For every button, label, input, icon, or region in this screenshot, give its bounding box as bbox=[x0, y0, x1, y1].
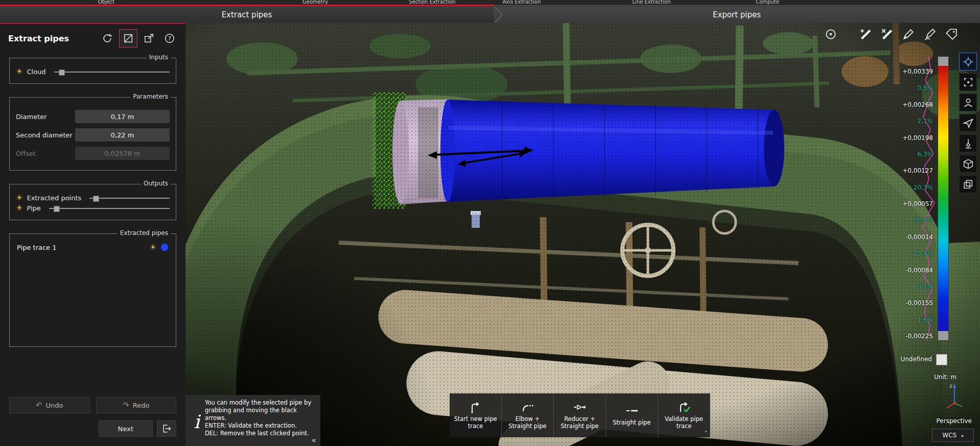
reducer-straight-pipe-button[interactable]: Reducer + Straight pipe bbox=[554, 393, 606, 437]
color-scale-top-cap bbox=[938, 57, 948, 66]
rectangular-selection-button[interactable] bbox=[119, 29, 137, 48]
navigate-fly-button[interactable] bbox=[959, 114, 977, 132]
workflow-steps-bar: Object Geometry Section Extraction Axis … bbox=[0, 0, 980, 6]
undefined-label: Undefined bbox=[900, 356, 932, 363]
extracted-pipes-list[interactable]: Pipe trace 1 ☀ bbox=[16, 241, 170, 341]
draw-annotation-button[interactable] bbox=[922, 27, 938, 42]
add-measure-button[interactable] bbox=[858, 27, 873, 42]
elbow-straight-pipe-button[interactable]: Elbow + Straight pipe bbox=[502, 393, 554, 437]
undefined-color-checkbox[interactable] bbox=[936, 354, 947, 365]
reducer-straight-pipe-icon bbox=[573, 401, 587, 413]
tab-export-pipes-label: Export pipes bbox=[713, 10, 761, 19]
reset-icon bbox=[102, 33, 113, 44]
offset-field: 0,02578 m bbox=[75, 147, 170, 160]
validate-pipe-trace-button[interactable]: Validate pipe trace bbox=[658, 393, 710, 437]
color-scale-labels: +0,00339 0,5% +0,00268 2,1% +0,00198 6,3… bbox=[902, 68, 933, 340]
caret-up-icon: ▴ bbox=[961, 433, 964, 438]
screenshot-button[interactable] bbox=[959, 175, 977, 193]
panel-header: Extract pipes bbox=[0, 24, 185, 53]
ortho-cube-button[interactable] bbox=[959, 155, 977, 173]
viewport-3d[interactable]: +0,00339 0,5% +0,00268 2,1% +0,00198 6,3… bbox=[185, 23, 980, 446]
user-view-button[interactable] bbox=[959, 93, 977, 111]
annotation-pen-button[interactable] bbox=[901, 27, 916, 42]
slider-handle[interactable] bbox=[93, 196, 99, 202]
offset-label: Offset bbox=[16, 150, 36, 157]
toolbar-collapse-chevron[interactable]: ˅ bbox=[705, 430, 708, 437]
export-view-icon bbox=[144, 33, 155, 44]
workflow-step[interactable]: Section Extraction bbox=[409, 0, 455, 5]
pipe-opacity-slider[interactable] bbox=[49, 208, 170, 209]
info-icon: i bbox=[189, 399, 205, 444]
undo-label: Undo bbox=[46, 402, 63, 409]
probe-point-button[interactable] bbox=[823, 27, 838, 42]
undo-button[interactable]: ↶ Undo bbox=[9, 397, 90, 413]
scene-vignette bbox=[185, 23, 980, 446]
exit-step-button[interactable] bbox=[157, 420, 176, 437]
export-view-button[interactable] bbox=[141, 30, 158, 47]
center-view-button[interactable] bbox=[959, 73, 977, 91]
elbow-straight-pipe-icon bbox=[521, 401, 535, 413]
unit-label: Unit: m bbox=[934, 373, 956, 381]
plumb-line-button[interactable] bbox=[959, 134, 977, 152]
remove-measure-button[interactable] bbox=[879, 27, 895, 42]
second-diameter-field[interactable]: 0,22 m bbox=[75, 128, 170, 142]
workflow-step[interactable]: Compute bbox=[756, 0, 779, 5]
color-scale-bottom-cap bbox=[938, 331, 948, 340]
axis-z-label: z bbox=[949, 383, 952, 389]
parameters-group-label: Parameters bbox=[130, 93, 171, 100]
viewport-3d-scene[interactable] bbox=[185, 23, 980, 446]
pipe-trace-sun-icon[interactable]: ☀ bbox=[150, 244, 156, 251]
hint-text: You can modify the selected pipe by grab… bbox=[205, 399, 316, 444]
extract-pipes-panel: Extract pipes bbox=[0, 23, 185, 446]
tab-extract-pipes-label: Extract pipes bbox=[222, 10, 272, 19]
view-toolbar bbox=[959, 53, 977, 193]
extracted-pipes-group: Extracted pipes Pipe trace 1 ☀ bbox=[9, 233, 176, 347]
workflow-remaining-line bbox=[494, 5, 980, 6]
color-scale-gradient bbox=[938, 66, 948, 331]
slider-handle[interactable] bbox=[54, 206, 60, 212]
svg-text:?: ? bbox=[168, 35, 171, 42]
cloud-visibility-sun-icon[interactable]: ☀ bbox=[16, 68, 22, 76]
extracted-pipes-group-label: Extracted pipes bbox=[118, 229, 171, 237]
workflow-step[interactable]: Object bbox=[98, 0, 115, 5]
redo-icon: ↷ bbox=[123, 401, 129, 410]
reset-extraction-button[interactable] bbox=[99, 30, 116, 47]
redo-button[interactable]: ↷ Redo bbox=[96, 397, 177, 413]
help-button[interactable]: ? bbox=[161, 30, 178, 47]
next-button[interactable]: Next bbox=[99, 420, 153, 437]
outputs-group-label: Outputs bbox=[141, 180, 171, 187]
straight-pipe-icon bbox=[625, 405, 639, 417]
color-scale-bar bbox=[938, 56, 949, 341]
rectangular-selection-icon bbox=[123, 33, 134, 44]
cloud-opacity-slider[interactable] bbox=[54, 72, 170, 73]
diameter-field[interactable]: 0,17 m bbox=[75, 110, 170, 123]
projection-mode-label[interactable]: Perspective bbox=[937, 417, 972, 425]
slider-handle[interactable] bbox=[59, 69, 65, 76]
extracted-points-sun-icon[interactable]: ☀ bbox=[16, 194, 22, 202]
coordinate-system-label: WCS bbox=[942, 432, 956, 439]
workflow-progress-line bbox=[0, 5, 494, 6]
pipe-trace-list-item[interactable]: Pipe trace 1 ☀ bbox=[16, 241, 170, 253]
outputs-group: Outputs ☀ Extracted points ☀ Pipe bbox=[9, 184, 176, 220]
pipe-trace-color-swatch[interactable] bbox=[160, 243, 169, 251]
workflow-step[interactable]: Geometry bbox=[302, 0, 328, 5]
panel-title: Extract pipes bbox=[8, 34, 96, 43]
collapse-hint-icon[interactable]: « bbox=[312, 436, 316, 445]
coordinate-system-dropdown[interactable]: WCS ▴ bbox=[932, 429, 974, 442]
workflow-step[interactable]: Line Extraction bbox=[632, 0, 670, 5]
locate-target-button[interactable] bbox=[959, 53, 977, 71]
label-tag-button[interactable] bbox=[944, 27, 959, 42]
start-new-pipe-trace-button[interactable]: Start new pipe trace bbox=[450, 393, 502, 437]
extracted-points-slider[interactable] bbox=[89, 198, 170, 199]
workflow-step[interactable]: Axis Extraction bbox=[503, 0, 541, 5]
tab-export-pipes[interactable]: Export pipes bbox=[494, 6, 980, 23]
redo-label: Redo bbox=[133, 402, 150, 409]
undo-icon: ↶ bbox=[36, 401, 42, 410]
pipe-trace-label: Pipe trace 1 bbox=[17, 244, 57, 251]
tab-extract-pipes[interactable]: Extract pipes bbox=[0, 6, 494, 23]
straight-pipe-button[interactable]: Straight pipe bbox=[606, 393, 658, 437]
diameter-label: Diameter bbox=[16, 113, 47, 121]
start-pipe-trace-icon bbox=[469, 401, 483, 413]
next-label: Next bbox=[118, 425, 133, 433]
pipe-sun-icon[interactable]: ☀ bbox=[16, 204, 22, 212]
